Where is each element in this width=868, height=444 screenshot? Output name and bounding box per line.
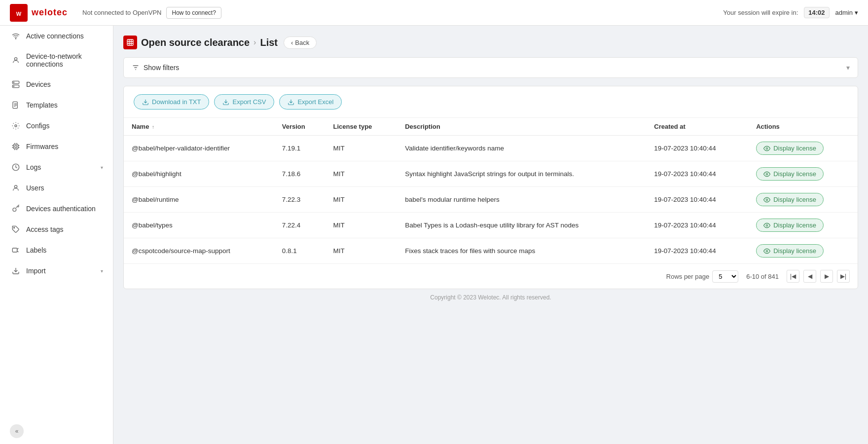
key-icon: [11, 204, 20, 213]
svg-point-24: [766, 148, 768, 149]
sidebar-item-firmwares[interactable]: Firmwares: [0, 136, 113, 157]
cell-name-2: @babel/runtime: [124, 187, 274, 213]
filter-bar-left: Show filters: [132, 64, 179, 72]
sidebar-label-logs: Logs: [26, 163, 95, 171]
how-to-connect-button[interactable]: How to connect?: [166, 7, 221, 19]
users-icon: [11, 184, 20, 192]
table-row: @babel/types 7.22.4 MIT Babel Types is a…: [124, 213, 858, 238]
sidebar-label-users: Users: [26, 184, 103, 192]
breadcrumb-current: List: [260, 37, 278, 48]
rows-per-page-label: Rows per page: [666, 273, 709, 280]
sidebar-label-configs: Configs: [26, 122, 103, 130]
cell-name-0: @babel/helper-validator-identifier: [124, 136, 274, 161]
svg-point-3: [14, 58, 17, 60]
logo: W welotec: [10, 4, 68, 22]
table-row: @babel/runtime 7.22.3 MIT babel's modula…: [124, 187, 858, 213]
welotec-logo: W: [10, 4, 28, 22]
display-license-button-0[interactable]: Display license: [756, 142, 824, 155]
cell-name-4: @cspotcode/source-map-support: [124, 238, 274, 264]
last-page-button[interactable]: ▶|: [837, 270, 850, 283]
cell-version-1: 7.18.6: [274, 161, 326, 187]
cell-description-1: Syntax highlight JavaScript strings for …: [397, 161, 646, 187]
cell-description-2: babel's modular runtime helpers: [397, 187, 646, 213]
logs-chevron: ▾: [101, 165, 103, 170]
cell-action-2: Display license: [748, 187, 858, 213]
sidebar-label-import: Import: [26, 267, 95, 275]
header-right: Your session will expire in: 14:02 admin…: [723, 7, 858, 18]
breadcrumb: Open source clearance › List ‹ Back: [123, 36, 858, 49]
col-version: Version: [274, 118, 326, 136]
eye-icon: [763, 196, 770, 203]
eye-icon: [763, 171, 770, 178]
sidebar-item-device-to-network[interactable]: Device-to-network connections: [0, 46, 113, 74]
sidebar-item-import[interactable]: Import ▾: [0, 260, 113, 281]
session-timer: 14:02: [804, 7, 829, 18]
rows-per-page-select[interactable]: 5 10 25 50: [712, 270, 738, 283]
export-excel-button[interactable]: Export Excel: [279, 94, 342, 110]
tag-icon: [11, 225, 20, 234]
pagination: Rows per page 5 10 25 50 6-10 of 841 |◀ …: [124, 263, 858, 289]
cell-name-3: @babel/types: [124, 213, 274, 238]
sidebar-item-labels[interactable]: Labels: [0, 240, 113, 260]
sidebar-collapse-button[interactable]: «: [10, 424, 24, 438]
export-csv-button[interactable]: Export CSV: [214, 94, 274, 110]
back-button[interactable]: ‹ Back: [284, 37, 317, 49]
main-content: Open source clearance › List ‹ Back Show…: [113, 26, 868, 444]
sidebar-label-devices: Devices: [26, 80, 103, 88]
eye-icon: [763, 248, 770, 255]
display-license-button-4[interactable]: Display license: [756, 244, 824, 258]
cell-created-2: 19-07-2023 10:40:44: [646, 187, 748, 213]
sidebar-label-access-tags: Access tags: [26, 225, 103, 233]
sidebar-item-devices-auth[interactable]: Devices authentication: [0, 198, 113, 219]
person-icon: [11, 56, 20, 65]
cell-action-3: Display license: [748, 213, 858, 238]
sidebar-item-active-connections[interactable]: Active connections: [0, 26, 113, 46]
sidebar: Active connections Device-to-network con…: [0, 26, 113, 444]
cell-name-1: @babel/highlight: [124, 161, 274, 187]
cell-version-0: 7.19.1: [274, 136, 326, 161]
sidebar-item-access-tags[interactable]: Access tags: [0, 219, 113, 240]
vpn-status-text: Not connected to OpenVPN: [82, 9, 161, 16]
sidebar-item-templates[interactable]: Templates: [0, 95, 113, 115]
header: W welotec Not connected to OpenVPN How t…: [0, 0, 868, 26]
cell-license-2: MIT: [326, 187, 398, 213]
svg-point-7: [13, 86, 14, 86]
table-header: Name ↑ Version License type Description …: [124, 118, 858, 136]
sidebar-item-users[interactable]: Users: [0, 178, 113, 198]
footer: Copyright © 2023 Welotec. All rights res…: [123, 289, 858, 306]
session-label: Your session will expire in:: [723, 9, 798, 16]
table-actions: Download in TXT Export CSV Export Excel: [124, 86, 858, 118]
vpn-notice: Not connected to OpenVPN How to connect?: [82, 7, 221, 19]
filter-bar[interactable]: Show filters ▾: [123, 57, 858, 78]
display-license-button-1[interactable]: Display license: [756, 167, 824, 181]
log-icon: [11, 163, 20, 172]
cell-created-0: 19-07-2023 10:40:44: [646, 136, 748, 161]
user-menu[interactable]: admin ▾: [835, 9, 858, 16]
brand-name: welotec: [32, 7, 68, 18]
table-row: @babel/helper-validator-identifier 7.19.…: [124, 136, 858, 161]
sidebar-item-configs[interactable]: Configs: [0, 115, 113, 136]
svg-point-2: [15, 38, 16, 39]
sidebar-item-logs[interactable]: Logs ▾: [0, 157, 113, 178]
svg-point-27: [766, 224, 768, 226]
main-layout: Active connections Device-to-network con…: [0, 26, 868, 444]
cell-version-3: 7.22.4: [274, 213, 326, 238]
filter-chevron-down: ▾: [846, 64, 850, 72]
col-license-type: License type: [326, 118, 398, 136]
table-row: @babel/highlight 7.18.6 MIT Syntax highl…: [124, 161, 858, 187]
sidebar-label-firmwares: Firmwares: [26, 143, 103, 150]
username-label: admin: [835, 9, 853, 16]
first-page-button[interactable]: |◀: [787, 270, 799, 283]
table-row: @cspotcode/source-map-support 0.8.1 MIT …: [124, 238, 858, 264]
cell-license-0: MIT: [326, 136, 398, 161]
sidebar-item-devices[interactable]: Devices: [0, 74, 113, 95]
display-license-button-3[interactable]: Display license: [756, 219, 824, 232]
col-name[interactable]: Name ↑: [124, 118, 274, 136]
next-page-button[interactable]: ▶: [820, 270, 833, 283]
prev-page-button[interactable]: ◀: [803, 270, 816, 283]
svg-rect-11: [15, 146, 17, 148]
page-title: Open source clearance: [141, 37, 250, 48]
download-txt-button[interactable]: Download in TXT: [134, 94, 209, 110]
wifi-icon: [11, 32, 20, 40]
display-license-button-2[interactable]: Display license: [756, 193, 824, 206]
